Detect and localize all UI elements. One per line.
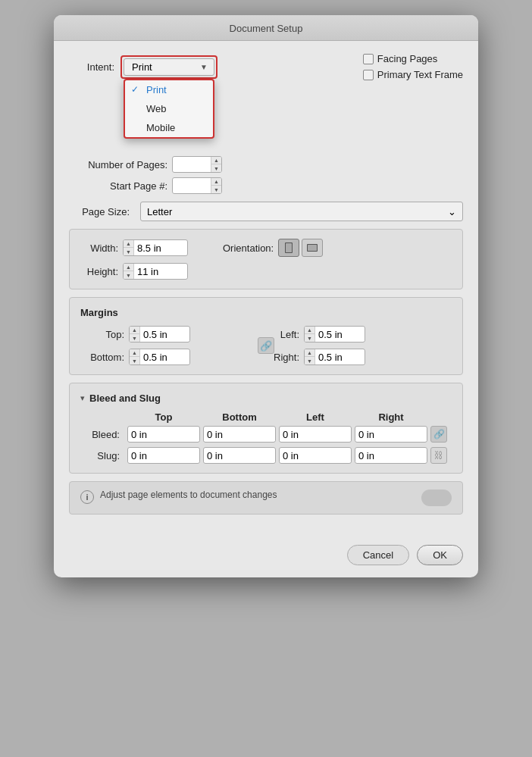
margin-left-spinners: ▲ ▼	[305, 326, 315, 343]
start-page-up[interactable]: ▲	[211, 177, 221, 186]
portrait-button[interactable]	[278, 239, 299, 257]
width-label: Width:	[80, 242, 118, 254]
info-icon: i	[80, 490, 94, 504]
margins-section: Margins Top: ▲ ▼ Left:	[69, 297, 463, 375]
num-pages-input[interactable]	[173, 158, 211, 171]
landscape-icon	[306, 242, 318, 253]
bleed-slug-title: Bleed and Slug	[89, 393, 161, 404]
intent-select-button[interactable]: Print ▼	[124, 58, 214, 76]
margin-bottom-down[interactable]: ▼	[130, 357, 139, 365]
height-up[interactable]: ▲	[124, 263, 133, 271]
intent-selected-value: Print	[132, 61, 152, 73]
margin-right-input[interactable]	[315, 351, 365, 364]
ok-button[interactable]: OK	[417, 545, 463, 565]
bleed-top-input[interactable]	[128, 428, 199, 441]
start-page-input[interactable]	[173, 180, 211, 192]
facing-pages-group: Facing Pages	[363, 53, 463, 64]
intent-row: Intent: Print ▼ Print Web Mobile	[69, 53, 463, 80]
bleed-col-left: Left	[279, 411, 352, 423]
margin-top-spinners: ▲ ▼	[130, 326, 140, 343]
margin-left-input[interactable]	[315, 328, 365, 341]
width-input[interactable]	[134, 242, 187, 255]
margin-top-down[interactable]: ▼	[130, 334, 139, 343]
margin-top-field: Top: ▲ ▼	[80, 326, 263, 343]
bleed-link-button[interactable]: 🔗	[430, 426, 447, 443]
num-pages-down[interactable]: ▼	[211, 164, 221, 173]
margin-left-down[interactable]: ▼	[305, 334, 315, 343]
margin-right-field: Right: ▲ ▼	[269, 349, 452, 365]
height-label: Height:	[80, 266, 118, 277]
adjust-elements-toggle[interactable]	[421, 490, 452, 506]
cancel-button[interactable]: Cancel	[347, 545, 409, 565]
slug-right-input[interactable]	[355, 449, 427, 462]
margin-bottom-up[interactable]: ▲	[130, 349, 139, 357]
facing-pages-label: Facing Pages	[377, 53, 438, 64]
dialog-body: Intent: Print ▼ Print Web Mobile	[54, 41, 478, 537]
height-input-wrapper: ▲ ▼	[123, 263, 188, 280]
margin-right-down[interactable]: ▼	[305, 357, 315, 365]
height-field: Height: ▲ ▼	[80, 263, 188, 280]
orientation-label: Orientation:	[223, 242, 274, 254]
num-pages-spinners: ▲ ▼	[211, 156, 221, 173]
bleed-bottom-input[interactable]	[204, 428, 275, 441]
landscape-button[interactable]	[302, 239, 323, 257]
height-down[interactable]: ▼	[124, 271, 133, 280]
slug-row-label: Slug:	[80, 450, 124, 461]
height-input[interactable]	[134, 265, 187, 278]
bleed-left-wrapper	[279, 426, 352, 443]
bleed-row: Bleed: 🔗	[80, 426, 452, 443]
slug-left-input[interactable]	[280, 449, 351, 462]
primary-text-frame-label: Primary Text Frame	[377, 69, 463, 80]
num-pages-up[interactable]: ▲	[211, 156, 221, 164]
margin-left-input-wrapper: ▲ ▼	[304, 326, 365, 343]
slug-top-wrapper	[127, 447, 200, 464]
margin-top-label: Top:	[80, 329, 124, 340]
intent-dropdown-menu: Print Web Mobile	[124, 79, 214, 139]
bleed-right-input[interactable]	[355, 428, 427, 441]
margin-right-up[interactable]: ▲	[305, 349, 315, 357]
margin-left-up[interactable]: ▲	[305, 326, 315, 334]
width-row: Width: ▲ ▼ Orientation:	[80, 239, 452, 257]
slug-bottom-wrapper	[203, 447, 276, 464]
margin-top-input[interactable]	[140, 328, 189, 341]
start-page-down[interactable]: ▼	[211, 186, 221, 194]
portrait-icon	[283, 242, 294, 254]
width-down[interactable]: ▼	[124, 248, 133, 256]
intent-option-mobile[interactable]: Mobile	[125, 118, 213, 137]
margin-bottom-label: Bottom:	[80, 352, 124, 363]
bleed-slug-section: ▾ Bleed and Slug Top Bottom Left Right B…	[69, 383, 463, 474]
width-up[interactable]: ▲	[124, 239, 133, 248]
num-pages-label: Number of Pages:	[69, 159, 167, 170]
orientation-field: Orientation:	[223, 239, 323, 257]
slug-bottom-input[interactable]	[204, 449, 275, 462]
margins-title: Margins	[80, 307, 452, 318]
primary-text-frame-checkbox[interactable]	[363, 70, 374, 80]
page-size-dropdown[interactable]: Letter ⌄	[140, 202, 463, 221]
bleed-bottom-wrapper	[203, 426, 276, 443]
adjust-elements-section: i Adjust page elements to document chang…	[69, 481, 463, 515]
bleed-top-wrapper	[127, 426, 200, 443]
start-page-spinners: ▲ ▼	[211, 177, 221, 194]
slug-top-input[interactable]	[128, 449, 199, 462]
orientation-buttons	[278, 239, 323, 257]
document-setup-dialog: Document Setup Intent: Print ▼ Print Web	[54, 15, 478, 577]
bleed-slug-header[interactable]: ▾ Bleed and Slug	[80, 393, 452, 404]
intent-option-web[interactable]: Web	[125, 99, 213, 118]
intent-dropdown-container: Print ▼ Print Web Mobile	[120, 55, 217, 79]
bleed-col-headers: Top Bottom Left Right	[80, 411, 452, 423]
start-page-row: Start Page #: ▲ ▼	[69, 177, 463, 194]
margin-top-up[interactable]: ▲	[130, 326, 139, 334]
intent-option-print[interactable]: Print	[125, 80, 213, 99]
bleed-col-bottom: Bottom	[203, 411, 276, 423]
intent-chevron-icon: ▼	[200, 63, 208, 71]
slug-link-button[interactable]: ⛓	[430, 447, 447, 464]
bleed-left-input[interactable]	[280, 428, 351, 441]
adjust-elements-text: Adjust page elements to document changes	[100, 490, 415, 500]
page-size-value: Letter	[147, 206, 172, 217]
primary-text-frame-group: Primary Text Frame	[363, 69, 463, 80]
facing-pages-checkbox[interactable]	[363, 54, 374, 64]
margin-right-spinners: ▲ ▼	[305, 349, 315, 365]
svg-rect-3	[308, 245, 317, 251]
margins-link-button[interactable]: 🔗	[258, 337, 274, 354]
margin-bottom-input[interactable]	[140, 351, 189, 364]
